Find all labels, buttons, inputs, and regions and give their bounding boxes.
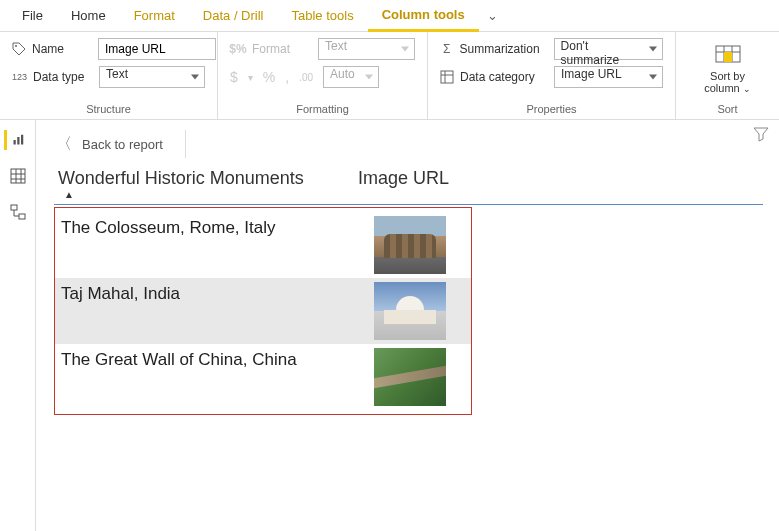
ribbon-group-properties: Σ Summarization Don't summarize Data cat… <box>428 32 676 119</box>
datatype-icon: 123 <box>12 69 27 85</box>
view-rail <box>0 120 36 531</box>
name-label: Name <box>32 42 92 56</box>
image-cell <box>355 344 465 410</box>
table-row[interactable]: The Great Wall of China, China <box>55 344 471 410</box>
comma-button: , <box>285 69 289 85</box>
group-label-properties: Properties <box>440 101 663 117</box>
datacategory-label: Data category <box>460 70 548 84</box>
category-icon <box>440 69 454 85</box>
back-arrow-icon: 〈 <box>56 134 72 155</box>
format-symbol-icon: $% <box>230 41 246 57</box>
tag-icon <box>12 41 26 57</box>
sort-asc-icon: ▲ <box>58 189 350 200</box>
group-label-formatting: Formatting <box>230 101 415 117</box>
table-row[interactable]: Taj Mahal, India <box>55 278 471 344</box>
filter-icon[interactable] <box>753 126 769 145</box>
model-view-button[interactable] <box>8 202 28 222</box>
tab-table-tools[interactable]: Table tools <box>278 0 368 32</box>
group-label-sort: Sort <box>688 101 767 117</box>
percent-button: % <box>263 69 275 85</box>
report-canvas: 〈 Back to report Wonderful Historic Monu… <box>36 120 779 531</box>
data-view-button[interactable] <box>8 166 28 186</box>
datacategory-select[interactable]: Image URL <box>554 66 663 88</box>
sort-by-column-label: Sort bycolumn ⌄ <box>704 70 751 95</box>
thumbnail-image <box>374 216 446 274</box>
column-header-imageurl[interactable]: Image URL <box>354 166 464 202</box>
svg-rect-1 <box>441 71 453 83</box>
report-view-button[interactable] <box>4 130 24 150</box>
tab-home[interactable]: Home <box>57 0 120 32</box>
ribbon-group-formatting: $% Format Text $ ▾ % , .00 Auto Formatti… <box>218 32 428 119</box>
monument-name-cell: The Great Wall of China, China <box>55 344 355 376</box>
monument-name-cell: Taj Mahal, India <box>55 278 355 310</box>
group-label-structure: Structure <box>12 101 205 117</box>
table-header: Wonderful Historic Monuments ▲ Image URL <box>54 166 763 205</box>
ribbon: Name 123 Data type Text Structure $% For… <box>0 32 779 120</box>
table-row[interactable]: The Colosseum, Rome, Italy <box>55 212 471 278</box>
datatype-select[interactable]: Text <box>99 66 205 88</box>
svg-point-0 <box>15 45 17 47</box>
column-header-monuments[interactable]: Wonderful Historic Monuments ▲ <box>54 166 354 202</box>
back-label: Back to report <box>82 137 163 152</box>
image-cell <box>355 278 465 344</box>
thumbnail-image <box>374 282 446 340</box>
tab-column-tools[interactable]: Column tools <box>368 0 479 32</box>
decimals-select: Auto <box>323 66 379 88</box>
svg-rect-10 <box>17 137 19 145</box>
image-cell <box>355 212 465 278</box>
sort-icon <box>714 44 742 66</box>
svg-rect-8 <box>724 52 732 62</box>
decimals-icon: .00 <box>299 72 313 83</box>
currency-dropdown-icon: ▾ <box>248 72 253 83</box>
sigma-icon: Σ <box>440 41 454 57</box>
sort-by-column-button[interactable]: Sort bycolumn ⌄ <box>696 40 759 99</box>
summarization-select[interactable]: Don't summarize <box>554 38 663 60</box>
svg-rect-18 <box>19 214 25 219</box>
thumbnail-image <box>374 348 446 406</box>
tab-file[interactable]: File <box>8 0 57 32</box>
svg-rect-12 <box>11 169 25 183</box>
summarization-label: Summarization <box>460 42 548 56</box>
ribbon-group-structure: Name 123 Data type Text Structure <box>0 32 218 119</box>
table-visual[interactable]: Wonderful Historic Monuments ▲ Image URL… <box>54 166 763 415</box>
menu-tabbar: File Home Format Data / Drill Table tool… <box>0 0 779 32</box>
format-select: Text <box>318 38 415 60</box>
tab-overflow[interactable]: ⌄ <box>479 8 506 23</box>
name-input[interactable] <box>98 38 216 60</box>
format-label: Format <box>252 42 312 56</box>
svg-rect-11 <box>21 135 23 145</box>
ribbon-group-sort: Sort bycolumn ⌄ Sort <box>676 32 779 119</box>
currency-button: $ <box>230 69 238 85</box>
tab-format[interactable]: Format <box>120 0 189 32</box>
monument-name-cell: The Colosseum, Rome, Italy <box>55 212 355 244</box>
svg-rect-9 <box>13 140 15 145</box>
svg-rect-17 <box>11 205 17 210</box>
main-area: 〈 Back to report Wonderful Historic Monu… <box>0 120 779 531</box>
tab-data-drill[interactable]: Data / Drill <box>189 0 278 32</box>
highlight-box: The Colosseum, Rome, ItalyTaj Mahal, Ind… <box>54 207 472 415</box>
back-to-report[interactable]: 〈 Back to report <box>56 130 186 158</box>
datatype-label: Data type <box>33 70 93 84</box>
